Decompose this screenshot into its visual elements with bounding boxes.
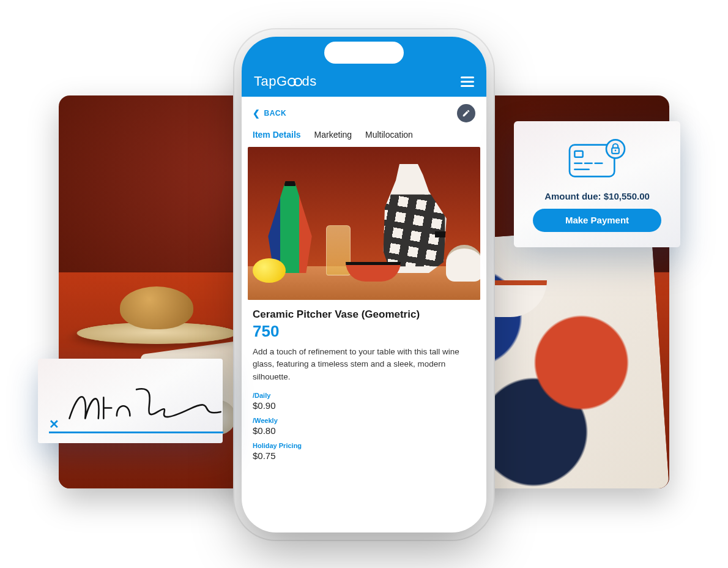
price-weekly: /Weekly $0.80	[253, 417, 475, 436]
signature-card: ✕	[38, 359, 223, 443]
brand-logo: TapG ds	[254, 73, 317, 89]
product-title: Ceramic Pitcher Vase (Geometric)	[253, 308, 475, 321]
signature-x-icon: ✕	[49, 417, 59, 432]
tab-marketing[interactable]: Marketing	[314, 130, 352, 140]
image-geometric-pitcher	[377, 164, 451, 273]
pencil-icon	[462, 109, 470, 118]
svg-rect-1	[574, 151, 582, 157]
phone-mockup: TapG ds ❮ BACK Item Details Marketing Mu…	[242, 37, 486, 532]
tab-multilocation[interactable]: Multilocation	[365, 130, 413, 140]
app-header: TapG ds	[242, 66, 486, 97]
back-button[interactable]: ❮ BACK	[253, 108, 286, 118]
make-payment-button[interactable]: Make Payment	[533, 209, 661, 232]
menu-icon[interactable]	[461, 77, 474, 87]
product-image	[248, 147, 480, 300]
price-label: Holiday Pricing	[253, 442, 475, 449]
image-lemon	[253, 258, 286, 283]
signature-scribble	[65, 378, 223, 430]
signature-line[interactable]: ✕	[49, 378, 223, 433]
sub-header: ❮ BACK	[242, 97, 486, 127]
product-description: Add a touch of refinement to your table …	[253, 346, 475, 383]
brand-oo-icon	[289, 78, 301, 86]
chevron-left-icon: ❮	[253, 108, 261, 118]
price-value: $0.80	[253, 425, 475, 436]
product-details: Ceramic Pitcher Vase (Geometric) 750 Add…	[242, 300, 486, 476]
amount-due-label: Amount due: $10,550.00	[544, 191, 650, 201]
price-holiday: Holiday Pricing $0.75	[253, 442, 475, 461]
price-value: $0.75	[253, 450, 475, 461]
edit-button[interactable]	[457, 104, 475, 122]
tab-item-details[interactable]: Item Details	[253, 130, 301, 140]
price-value: $0.90	[253, 400, 475, 411]
svg-point-6	[606, 140, 625, 158]
price-label: /Weekly	[253, 417, 475, 424]
product-quantity: 750	[253, 322, 475, 341]
price-label: /Daily	[253, 392, 475, 399]
brand-suffix: ds	[302, 73, 317, 89]
brand-prefix: TapG	[254, 73, 288, 89]
svg-point-8	[615, 149, 617, 151]
bread	[120, 286, 193, 329]
payment-lock-icon	[566, 137, 628, 184]
tabs: Item Details Marketing Multilocation	[242, 127, 486, 147]
phone-notch	[324, 42, 404, 64]
price-daily: /Daily $0.90	[253, 392, 475, 411]
back-label: BACK	[264, 109, 287, 118]
phone-status-bar	[242, 37, 486, 66]
payment-card: Amount due: $10,550.00 Make Payment	[514, 121, 680, 247]
image-jar	[446, 245, 480, 282]
